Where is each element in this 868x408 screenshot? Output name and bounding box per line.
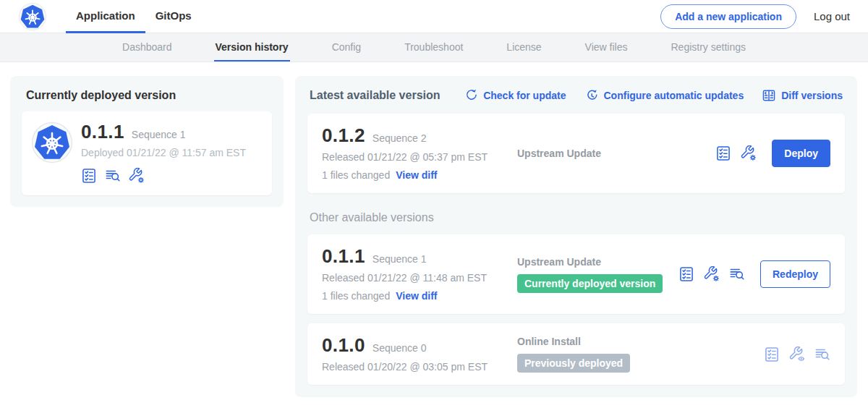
version-source: Online Install — [517, 336, 764, 347]
diff-icon — [762, 88, 776, 103]
version-sequence: Sequence 2 — [373, 132, 427, 144]
configure-automatic-updates-link[interactable]: Configure automatic updates — [584, 88, 744, 103]
version-card-0-1-2: 0.1.2 Sequence 2 Released 01/21/22 @ 05:… — [307, 114, 845, 193]
deployed-version-card: 0.1.1 Sequence 1 Deployed 01/21/22 @ 11:… — [22, 111, 272, 195]
version-released: Released 01/21/22 @ 05:37 pm EST — [322, 151, 503, 163]
edit-config-icon[interactable] — [741, 145, 757, 161]
version-number: 0.1.2 — [322, 126, 365, 145]
main-content: Currently deployed version 0.1.1 Sequenc… — [0, 62, 868, 397]
currently-deployed-card: Currently deployed version 0.1.1 Sequenc… — [10, 76, 284, 207]
refresh-icon — [464, 88, 478, 103]
top-navbar: Application GitOps Add a new application… — [0, 0, 868, 33]
deploy-logs-icon[interactable] — [814, 347, 830, 362]
deploy-logs-icon[interactable] — [105, 168, 121, 184]
deploy-button[interactable]: Deploy — [772, 140, 830, 167]
preflight-checks-icon[interactable] — [764, 347, 780, 362]
subnav-tab-troubleshoot[interactable]: Troubleshoot — [403, 33, 464, 61]
currently-deployed-badge: Currently deployed version — [517, 274, 663, 293]
version-number: 0.1.1 — [322, 247, 365, 265]
other-versions-title: Other available versions — [310, 211, 843, 224]
subnav-tab-view-files[interactable]: View files — [584, 33, 629, 61]
app-kubernetes-icon — [32, 122, 72, 163]
subnav-tab-dashboard[interactable]: Dashboard — [121, 33, 174, 61]
latest-available-title: Latest available version — [310, 89, 441, 102]
subnav-tab-registry-settings[interactable]: Registry settings — [670, 33, 747, 61]
files-changed-label: 1 files changed — [322, 290, 390, 302]
kubernetes-logo-icon[interactable] — [19, 3, 46, 30]
preflight-checks-icon[interactable] — [81, 168, 97, 184]
check-for-update-link[interactable]: Check for update — [464, 88, 566, 103]
app-subnav: Dashboard Version history Config Trouble… — [0, 33, 868, 62]
currently-deployed-title: Currently deployed version — [26, 89, 272, 102]
tab-gitops[interactable]: GitOps — [145, 0, 202, 33]
preflight-checks-icon[interactable] — [715, 145, 731, 161]
deployed-version-sequence: Sequence 1 — [132, 129, 186, 140]
preflight-checks-icon[interactable] — [678, 266, 694, 282]
version-card-0-1-1: 0.1.1 Sequence 1 Released 01/21/22 @ 11:… — [307, 234, 845, 314]
redeploy-button[interactable]: Redeploy — [760, 260, 830, 288]
files-changed-label: 1 files changed — [322, 169, 390, 181]
previously-deployed-badge: Previously deployed — [517, 354, 630, 373]
deployed-version-number: 0.1.1 — [81, 122, 124, 141]
version-sequence: Sequence 0 — [373, 342, 427, 354]
edit-config-icon[interactable] — [704, 266, 720, 282]
deploy-logs-icon[interactable] — [729, 266, 745, 282]
deployed-version-date: Deployed 01/21/22 @ 11:57 am EST — [81, 147, 246, 158]
schedule-update-icon — [584, 88, 599, 103]
version-source: Upstream Update — [517, 256, 678, 268]
version-history-panel: Latest available version Check for updat… — [295, 76, 857, 397]
version-source: Upstream Update — [517, 148, 715, 159]
version-released: Released 01/20/22 @ 03:05 pm EST — [322, 361, 503, 373]
tab-application-label: Application — [76, 9, 135, 22]
subnav-tab-license[interactable]: License — [505, 33, 542, 61]
version-released: Released 01/21/22 @ 11:48 am EST — [322, 272, 503, 284]
subnav-tab-version-history[interactable]: Version history — [214, 33, 290, 61]
logout-link[interactable]: Log out — [814, 10, 850, 22]
version-sequence: Sequence 1 — [373, 253, 427, 265]
diff-versions-link[interactable]: Diff versions — [762, 88, 843, 103]
subnav-tab-config[interactable]: Config — [331, 33, 362, 61]
view-diff-link[interactable]: View diff — [396, 169, 437, 181]
view-config-icon[interactable] — [789, 347, 805, 362]
add-application-button[interactable]: Add a new application — [660, 4, 796, 29]
version-number: 0.1.0 — [322, 336, 365, 354]
tab-application[interactable]: Application — [66, 0, 145, 33]
version-card-0-1-0: 0.1.0 Sequence 0 Released 01/20/22 @ 03:… — [307, 323, 845, 385]
view-diff-link[interactable]: View diff — [396, 290, 437, 302]
tab-gitops-label: GitOps — [156, 9, 192, 22]
edit-config-icon[interactable] — [129, 168, 145, 184]
